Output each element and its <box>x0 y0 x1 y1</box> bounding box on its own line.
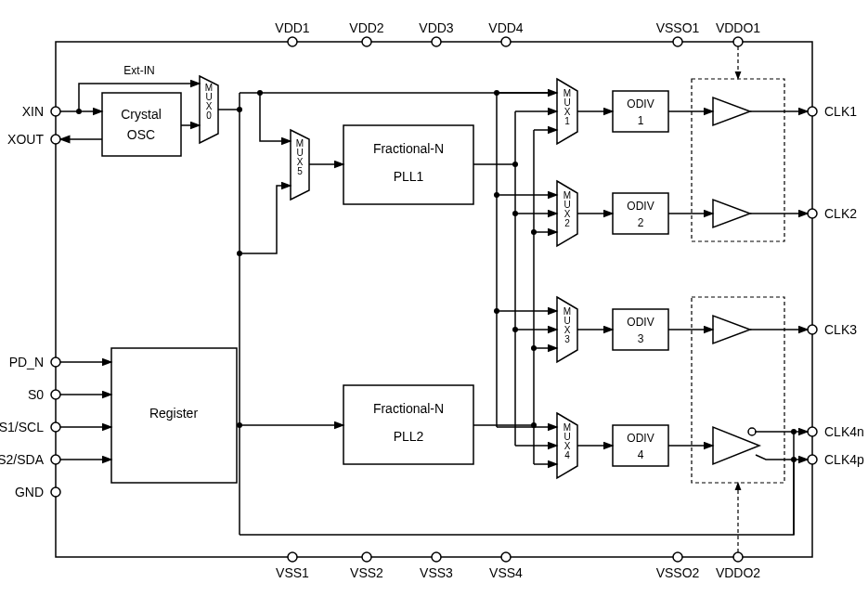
svg-text:S2/SDA: S2/SDA <box>0 452 45 467</box>
svg-point-14 <box>362 552 371 562</box>
svg-text:S0: S0 <box>28 387 44 402</box>
svg-point-113 <box>494 192 499 198</box>
svg-text:XOUT: XOUT <box>7 132 44 147</box>
odiv1: ODIV1 <box>613 91 668 132</box>
svg-text:0: 0 <box>206 110 212 121</box>
svg-text:2: 2 <box>638 216 644 229</box>
svg-point-96 <box>76 109 82 114</box>
svg-text:VSS1: VSS1 <box>276 565 309 580</box>
svg-point-26 <box>51 135 60 144</box>
svg-text:VDDO1: VDDO1 <box>716 20 760 35</box>
svg-text:VDDO2: VDDO2 <box>716 565 760 580</box>
mux5: M U X 5 <box>291 130 309 200</box>
svg-point-119 <box>494 308 499 314</box>
svg-text:CLK4p: CLK4p <box>824 452 864 467</box>
svg-point-28 <box>51 357 60 367</box>
pin-xin: XIN <box>22 104 60 119</box>
svg-text:4: 4 <box>564 450 570 460</box>
pin-clk4n: CLK4n <box>808 424 864 439</box>
svg-point-46 <box>808 455 817 464</box>
svg-text:VDD4: VDD4 <box>488 20 524 35</box>
svg-text:VDD1: VDD1 <box>275 20 310 35</box>
svg-text:XIN: XIN <box>22 104 44 119</box>
mux3: M U X 3 <box>557 297 577 362</box>
svg-text:ODIV: ODIV <box>627 97 654 110</box>
svg-text:GND: GND <box>15 485 44 499</box>
svg-point-104 <box>512 162 518 167</box>
svg-point-6 <box>501 37 511 46</box>
svg-point-123 <box>531 345 537 351</box>
svg-text:ODIV: ODIV <box>627 316 654 329</box>
svg-point-20 <box>673 552 682 562</box>
svg-point-30 <box>51 390 60 399</box>
svg-point-32 <box>51 422 60 432</box>
mux1: M U X 1 <box>557 79 577 144</box>
svg-rect-56 <box>343 385 473 464</box>
svg-point-101 <box>237 251 242 256</box>
pin-s1scl: S1/SCL <box>0 420 60 434</box>
svg-text:CLK1: CLK1 <box>824 104 857 119</box>
svg-point-100 <box>257 90 263 96</box>
svg-text:VSS4: VSS4 <box>489 565 523 580</box>
svg-point-4 <box>432 37 441 46</box>
ext-in-label: Ext-IN <box>123 64 154 77</box>
svg-text:CLK3: CLK3 <box>824 322 857 337</box>
svg-text:1: 1 <box>638 114 644 127</box>
block-diagram: VDD1 VDD2 VDD3 VDD4 VSSO1 VDDO1 VSS1 VSS… <box>0 0 868 596</box>
odiv3: ODIV3 <box>613 309 668 350</box>
pin-clk4p: CLK4p <box>808 452 864 467</box>
svg-point-12 <box>288 552 297 562</box>
svg-text:3: 3 <box>638 332 644 345</box>
pin-clk2: CLK2 <box>808 206 857 221</box>
svg-text:CLK4n: CLK4n <box>824 424 864 439</box>
svg-point-42 <box>808 325 817 334</box>
odiv2: ODIV2 <box>613 193 668 234</box>
mux2: M U X 2 <box>557 181 577 246</box>
pin-s2sda: S2/SDA <box>0 452 60 467</box>
svg-text:ODIV: ODIV <box>627 432 654 445</box>
svg-text:Crystal: Crystal <box>121 107 162 122</box>
svg-text:VDD3: VDD3 <box>419 20 454 35</box>
svg-text:VSSO1: VSSO1 <box>656 20 700 35</box>
register-block: Register <box>111 348 237 483</box>
pin-pdn: PD_N <box>9 355 60 369</box>
pin-xout: XOUT <box>7 132 60 147</box>
pin-clk3: CLK3 <box>808 322 857 337</box>
pll2-block: Fractional-N PLL2 <box>343 385 473 464</box>
pin-gnd: GND <box>15 485 60 499</box>
svg-text:VDD2: VDD2 <box>349 20 384 35</box>
svg-text:3: 3 <box>564 334 570 344</box>
svg-text:2: 2 <box>564 218 570 228</box>
svg-rect-53 <box>343 125 473 204</box>
svg-text:4: 4 <box>638 448 644 461</box>
odiv4: ODIV4 <box>613 425 668 466</box>
mux0: M U X 0 <box>200 76 218 143</box>
svg-text:5: 5 <box>297 166 303 176</box>
svg-point-18 <box>501 552 511 562</box>
svg-text:PD_N: PD_N <box>9 355 44 369</box>
svg-text:OSC: OSC <box>127 127 155 142</box>
svg-point-44 <box>808 427 817 436</box>
svg-point-140 <box>791 429 797 434</box>
svg-point-0 <box>288 37 297 46</box>
svg-text:PLL1: PLL1 <box>394 169 424 184</box>
svg-point-117 <box>531 229 537 235</box>
svg-text:VSSO2: VSSO2 <box>656 565 700 580</box>
svg-point-102 <box>237 422 242 428</box>
svg-point-121 <box>512 327 518 332</box>
svg-rect-48 <box>102 93 181 156</box>
svg-point-10 <box>733 37 743 46</box>
svg-point-36 <box>51 487 60 497</box>
pll1-block: Fractional-N PLL1 <box>343 125 473 204</box>
svg-text:S1/SCL: S1/SCL <box>0 420 44 434</box>
svg-text:VSS3: VSS3 <box>420 565 453 580</box>
svg-point-115 <box>512 211 518 216</box>
svg-point-38 <box>808 107 817 116</box>
svg-text:CLK2: CLK2 <box>824 206 857 221</box>
svg-point-95 <box>748 428 756 435</box>
svg-point-22 <box>733 552 743 562</box>
svg-point-99 <box>237 107 242 112</box>
svg-text:VSS2: VSS2 <box>350 565 383 580</box>
svg-text:Fractional-N: Fractional-N <box>373 141 444 156</box>
svg-text:Register: Register <box>149 406 198 421</box>
